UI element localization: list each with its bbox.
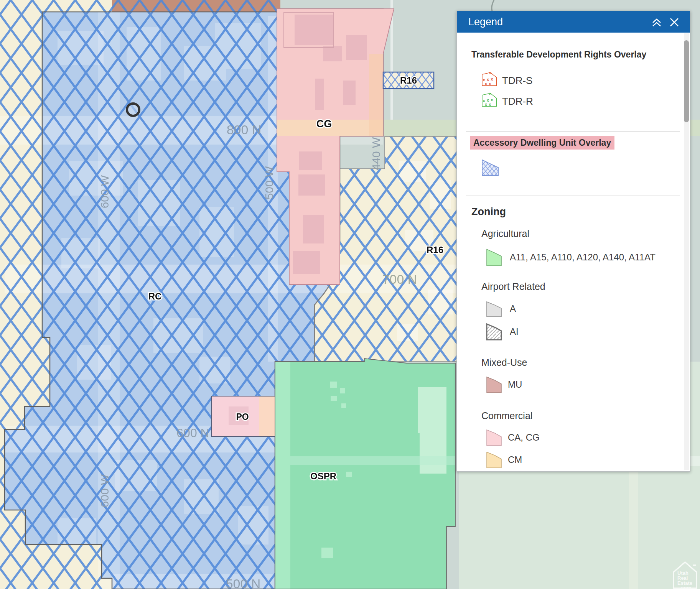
tdr-s-swatch: xxx xx: [481, 72, 497, 88]
mixed-mu-label: MU: [508, 379, 522, 390]
adu-section-heading: Accessory Dwelling Unit Overlay: [470, 136, 614, 150]
tdr-r-swatch: xxx xx: [481, 92, 497, 109]
zone-label-ospr: OSPR: [310, 471, 336, 481]
airport-a-label: A: [510, 303, 516, 314]
street-label-500n: 500 N: [226, 576, 261, 589]
tdr-section-heading: Transferable Development Rights Overlay: [471, 49, 646, 60]
divider: [466, 131, 680, 132]
legend-scrollbar-thumb[interactable]: [684, 40, 689, 122]
street-label-440w: 440 W: [370, 137, 382, 170]
street-label-600n: 600 N: [176, 426, 209, 440]
svg-text:x: x: [487, 77, 489, 82]
airport-ai-swatch: [486, 323, 502, 342]
double-chevron-up-icon: [651, 16, 662, 28]
agricultural-swatch: [486, 248, 502, 268]
selected-parcel-marker[interactable]: [127, 104, 139, 116]
commercial-cacg-swatch: [486, 429, 502, 448]
svg-text:x: x: [485, 102, 487, 107]
street-label-500w: 500 W: [263, 166, 275, 199]
street-label-600w-lower: 600 W: [98, 474, 111, 507]
watermark-line4: .com: [680, 585, 691, 589]
zoning-section-heading: Zoning: [471, 206, 506, 218]
airport-ai-label: AI: [510, 326, 519, 337]
close-button[interactable]: [668, 16, 681, 28]
svg-text:x: x: [487, 98, 489, 102]
street-label-700n: 700 N: [382, 272, 417, 286]
zone-label-r16-east: R16: [427, 245, 443, 255]
tdr-r-label: TDR-R: [502, 95, 533, 107]
mixed-mu-swatch: [486, 376, 502, 395]
ospr-west-strip: [275, 362, 290, 589]
tdr-s-label: TDR-S: [502, 75, 532, 87]
legend-header: Legend: [457, 11, 690, 33]
commercial-cm-swatch: [486, 451, 502, 470]
street-label-600w-upper: 600 W: [98, 175, 111, 208]
commercial-cm-label: CM: [508, 454, 522, 465]
adu-swatch: [481, 159, 499, 178]
svg-text:x: x: [485, 82, 487, 86]
airport-group-label: Airport Related: [481, 281, 545, 292]
zone-label-rc: RC: [148, 291, 162, 301]
zone-label-po: PO: [236, 412, 249, 422]
svg-text:x: x: [489, 82, 491, 86]
close-icon: [669, 16, 680, 28]
svg-text:x: x: [491, 98, 493, 102]
mixed-use-group-label: Mixed-Use: [481, 357, 527, 368]
ospr-road: [290, 456, 455, 465]
street-440w-band: [369, 54, 383, 136]
commercial-cacg-label: CA, CG: [508, 432, 540, 443]
zone-label-cg: CG: [316, 118, 332, 130]
collapse-button[interactable]: [650, 16, 663, 28]
agricultural-group-label: Agricultural: [481, 228, 529, 239]
legend-panel: Legend Transferable Development Rights O…: [456, 11, 690, 472]
agricultural-label: A11, A15, A110, A120, A140, A11AT: [510, 252, 656, 263]
commercial-group-label: Commercial: [481, 410, 532, 421]
adu-hatch: [112, 0, 280, 12]
legend-title: Legend: [468, 16, 503, 28]
zone-label-r16-box: R16: [400, 75, 417, 86]
divider: [466, 196, 680, 196]
svg-text:x: x: [491, 77, 493, 81]
svg-text:x: x: [489, 102, 491, 107]
street-label-800n: 800 N: [227, 122, 262, 137]
airport-a-swatch: [486, 301, 502, 319]
